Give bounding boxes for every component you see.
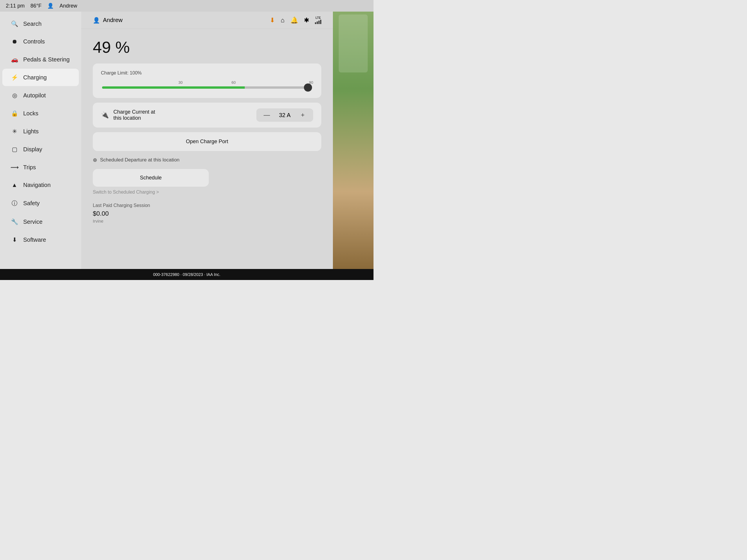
sidebar-label-charging: Charging	[23, 74, 47, 81]
search-icon: 🔍	[10, 20, 19, 27]
status-bar: 2:11 pm 86°F 👤 Andrew	[0, 0, 374, 11]
sidebar-item-display[interactable]: ▢ Display	[2, 140, 79, 158]
charge-current-icon: 🔌	[101, 111, 109, 119]
display-icon: ▢	[10, 146, 19, 153]
right-photo-strip	[333, 11, 374, 269]
sidebar-item-software[interactable]: ⬇ Software	[2, 231, 79, 248]
service-icon: 🔧	[10, 218, 19, 225]
bell-icon: 🔔	[290, 17, 298, 24]
sidebar-item-charging[interactable]: ⚡ Charging	[2, 69, 79, 86]
last-paid-session-label: Last Paid Charging Session	[93, 203, 321, 208]
sidebar-label-service: Service	[23, 218, 43, 225]
charge-current-title: Charge Current at	[113, 109, 252, 115]
status-time: 2:11 pm	[6, 3, 25, 9]
slider-markers: 30 60 90	[101, 80, 313, 85]
sidebar-label-autopilot: Autopilot	[23, 92, 46, 99]
last-paid-location: Irvine	[93, 218, 321, 223]
schedule-card[interactable]: Schedule	[93, 169, 209, 187]
autopilot-icon: ◎	[10, 92, 19, 99]
marker-0	[101, 80, 154, 85]
safety-icon: ⓘ	[10, 199, 19, 207]
sidebar-item-navigation[interactable]: ▲ Navigation	[2, 177, 79, 194]
sidebar-item-safety[interactable]: ⓘ Safety	[2, 194, 79, 212]
sidebar: 🔍 Search ⏺ Controls 🚗 Pedals & Steering …	[0, 11, 81, 269]
navigation-icon: ▲	[10, 182, 19, 188]
slider-fill	[102, 86, 245, 89]
marker-90: 90	[260, 80, 313, 85]
main-layout: 🔍 Search ⏺ Controls 🚗 Pedals & Steering …	[0, 11, 374, 269]
sidebar-item-controls[interactable]: ⏺ Controls	[2, 33, 79, 50]
controls-icon: ⏺	[10, 38, 19, 45]
sidebar-item-autopilot[interactable]: ◎ Autopilot	[2, 87, 79, 104]
sidebar-item-locks[interactable]: 🔒 Locks	[2, 105, 79, 122]
charge-current-controls: — 32 A +	[256, 108, 313, 122]
signal-bar-1	[315, 22, 316, 24]
sidebar-label-software: Software	[23, 237, 46, 243]
user-avatar-icon: 👤	[93, 17, 100, 24]
sidebar-label-lights: Lights	[23, 128, 38, 135]
marker-30: 30	[154, 80, 207, 85]
software-icon: ⬇	[10, 236, 19, 243]
scheduled-departure-row: ⊕ Scheduled Departure at this location	[93, 156, 321, 164]
slider-thumb[interactable]	[304, 83, 312, 91]
footer-bar: 000-37622980 · 09/28/2023 · IAA Inc.	[0, 269, 374, 280]
sidebar-item-search[interactable]: 🔍 Search	[2, 15, 79, 32]
charge-limit-card: Charge Limit: 100% 30 60 90	[93, 63, 321, 98]
battery-percent-display: 49 %	[93, 38, 321, 56]
sidebar-label-pedals: Pedals & Steering	[23, 56, 70, 63]
charge-current-title-line2: this location	[113, 115, 252, 121]
charge-limit-label: Charge Limit: 100%	[101, 71, 313, 76]
scheduled-icon: ⊕	[93, 157, 97, 163]
status-user: Andrew	[59, 3, 77, 9]
charge-current-text: Charge Current at this location	[113, 109, 252, 121]
charge-limit-slider[interactable]	[101, 86, 313, 89]
footer-text: 000-37622980 · 09/28/2023 · IAA Inc.	[153, 272, 221, 277]
sidebar-label-search: Search	[23, 21, 42, 27]
sidebar-label-locks: Locks	[23, 110, 38, 117]
increase-current-button[interactable]: +	[298, 111, 307, 119]
header-icons: ⬇ ⌂ 🔔 ✱ LTE	[270, 16, 321, 24]
lights-icon: ✳	[10, 128, 19, 135]
charge-current-value: 32 A	[276, 112, 293, 118]
pedals-icon: 🚗	[10, 56, 19, 63]
header-bar: 👤 Andrew ⬇ ⌂ 🔔 ✱ LTE	[81, 11, 333, 29]
header-user: 👤 Andrew	[93, 17, 123, 24]
trips-icon: ⟿	[10, 164, 19, 171]
locks-icon: 🔒	[10, 110, 19, 117]
signal-bars	[315, 20, 321, 24]
lte-label: LTE	[315, 16, 321, 20]
slider-track	[102, 86, 312, 89]
charging-icon: ⚡	[10, 74, 19, 81]
sidebar-label-navigation: Navigation	[23, 182, 51, 188]
sidebar-label-display: Display	[23, 146, 42, 153]
signal-bar-4	[320, 20, 321, 24]
signal-bar-3	[318, 21, 319, 24]
last-paid-amount: $0.00	[93, 210, 321, 217]
open-charge-port-card[interactable]: Open Charge Port	[93, 132, 321, 151]
sidebar-item-trips[interactable]: ⟿ Trips	[2, 159, 79, 176]
charge-current-card: 🔌 Charge Current at this location — 32 A…	[93, 103, 321, 128]
open-charge-port-label: Open Charge Port	[186, 138, 228, 144]
sidebar-item-service[interactable]: 🔧 Service	[2, 213, 79, 231]
decrease-current-button[interactable]: —	[262, 111, 272, 119]
content-area: 👤 Andrew ⬇ ⌂ 🔔 ✱ LTE	[81, 11, 333, 269]
signal-bar-2	[317, 22, 318, 24]
bluetooth-icon: ✱	[304, 17, 309, 24]
download-icon: ⬇	[270, 17, 275, 24]
header-username: Andrew	[103, 17, 123, 24]
sidebar-item-pedals[interactable]: 🚗 Pedals & Steering	[2, 51, 79, 68]
status-user-icon: 👤	[47, 3, 54, 9]
sidebar-item-lights[interactable]: ✳ Lights	[2, 123, 79, 140]
charging-panel: 49 % Charge Limit: 100% 30 60 90	[81, 29, 333, 232]
status-temp: 86°F	[30, 3, 42, 9]
schedule-label: Schedule	[140, 175, 161, 181]
scheduled-departure-label: Scheduled Departure at this location	[100, 157, 180, 163]
switch-charging-link[interactable]: Switch to Scheduled Charging >	[93, 190, 321, 195]
home-icon: ⌂	[281, 17, 284, 24]
sidebar-label-safety: Safety	[23, 200, 40, 207]
signal-group: LTE	[315, 16, 321, 24]
sidebar-label-controls: Controls	[23, 38, 45, 45]
marker-60: 60	[207, 80, 260, 85]
sidebar-label-trips: Trips	[23, 164, 36, 171]
